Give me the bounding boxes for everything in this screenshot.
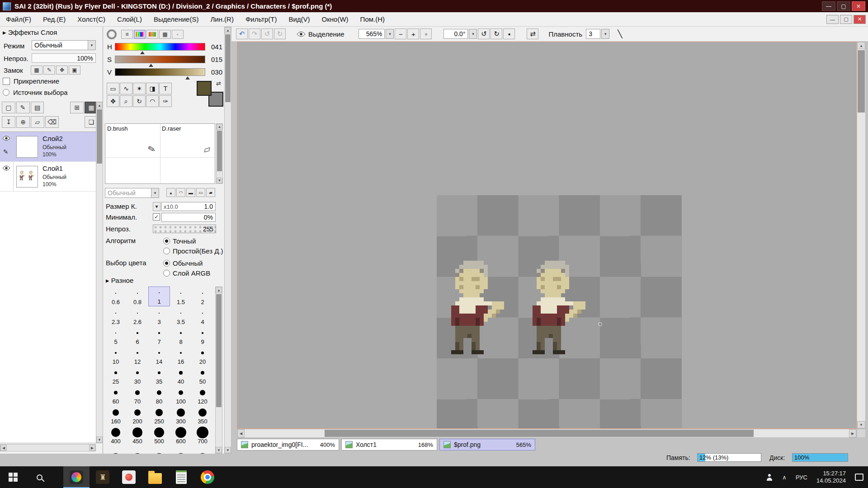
scroll-down-icon[interactable]: ▼ (217, 178, 222, 183)
dropdown-arrow-icon[interactable]: ▾ (88, 40, 96, 50)
magic-wand-tool[interactable]: ✶ (133, 83, 146, 94)
close-button[interactable]: ✕ (852, 1, 865, 11)
menu-item[interactable]: Пом.(H) (354, 12, 391, 26)
smoothness-dropdown-icon[interactable]: ▾ (601, 29, 609, 39)
clear-layer-button[interactable]: ▱ (31, 116, 44, 128)
delete-layer-button[interactable]: ⌫ (45, 116, 59, 128)
dropdown-arrow-icon[interactable]: ▾ (151, 188, 159, 198)
clipping-row[interactable]: Прикрепление (3, 77, 59, 85)
saturation-marker-icon[interactable] (149, 64, 153, 67)
brush-size-80[interactable]: 80 (148, 386, 170, 406)
action-center-button[interactable] (850, 466, 868, 488)
select-rect-tool[interactable]: ▭ (107, 83, 119, 94)
scroll-down-icon[interactable]: ▼ (857, 421, 865, 428)
hue-slider[interactable] (115, 43, 205, 51)
brush-size-120[interactable]: 120 (192, 386, 213, 406)
scroll-left-icon[interactable]: ◀ (237, 429, 245, 437)
brush-size-0.8[interactable]: 0.8 (127, 286, 148, 306)
eyedropper-tool[interactable]: ✑ (159, 95, 172, 107)
swap-colors-icon[interactable]: ⇄ (216, 80, 221, 87)
menu-item[interactable]: Лин.(R) (204, 12, 240, 26)
new-sketch-layer-button[interactable]: ✎ (16, 102, 30, 113)
brush-size-500[interactable]: 500 (148, 426, 170, 446)
start-button[interactable] (0, 466, 26, 488)
layer-entry[interactable]: Слой1Обычный100% (0, 162, 96, 192)
minimize-button[interactable]: — (822, 1, 835, 11)
scroll-up-icon[interactable]: ▲ (857, 42, 865, 49)
brush-size-9[interactable]: 9 (192, 326, 213, 346)
canvas-viewport[interactable] (237, 42, 857, 429)
view-swatches-button[interactable]: ▦ (159, 30, 171, 39)
brush-shape-1[interactable]: ◠ (176, 188, 185, 197)
taskbar-app-player[interactable] (116, 466, 142, 488)
menu-item[interactable]: Выделение(S) (148, 12, 204, 26)
brush-size-partial[interactable] (127, 446, 148, 454)
menu-item[interactable]: Фильтр(T) (240, 12, 283, 26)
view-mixer-button[interactable] (146, 30, 158, 39)
undo-all-button[interactable]: ↺ (261, 28, 273, 39)
clock[interactable]: 15:27:17 14.05.2024 (812, 466, 850, 488)
menu-item[interactable]: Вид(V) (283, 12, 316, 26)
rotate-cw-button[interactable]: ↻ (491, 28, 502, 39)
scroll-thumb[interactable] (217, 131, 222, 171)
document-tab[interactable]: proaektor_img0[FI...400% (237, 439, 339, 450)
redo-all-button[interactable]: ↻ (274, 28, 286, 39)
doc-minimize-button[interactable]: — (826, 15, 839, 24)
layer-entry[interactable]: ✎Слой2Обычный100% (0, 132, 96, 162)
algorithm-option[interactable]: Точный (163, 236, 223, 246)
select-lasso-tool[interactable]: ∿ (120, 83, 132, 94)
brush-size-700[interactable]: 700 (192, 426, 213, 446)
lock-draw-button[interactable]: ✎ (43, 66, 55, 75)
new-layer-button[interactable]: ▢ (2, 102, 15, 113)
language-indicator[interactable]: РУС (791, 466, 812, 488)
brush-shape-0[interactable]: ▴ (166, 188, 175, 197)
view-sliders-button[interactable]: ≡ (121, 30, 133, 39)
brush-size-50[interactable]: 50 (192, 366, 213, 386)
brush-edge-dropdown[interactable]: Обычный ▾ (105, 188, 159, 198)
scroll-thumb[interactable] (216, 294, 222, 407)
zoom-dropdown-icon[interactable]: ▾ (386, 29, 394, 39)
menu-item[interactable]: Слой(L) (111, 12, 148, 26)
stabilizer-line-icon[interactable]: ╲ (618, 29, 622, 39)
panel-scrollbar[interactable]: ▲ ▼ (224, 27, 231, 454)
menu-item[interactable]: Окно(W) (316, 12, 354, 26)
brush-size-16[interactable]: 16 (170, 346, 192, 366)
color-wheel-icon[interactable] (107, 29, 117, 39)
clipping-checkbox[interactable] (3, 78, 10, 85)
text-tool[interactable]: T (159, 83, 172, 94)
tray-expand-button[interactable]: ∧ (778, 466, 791, 488)
primary-color-swatch[interactable] (197, 81, 212, 96)
canvas-vscrollbar[interactable]: ▲ ▼ (857, 42, 866, 429)
scroll-down-icon[interactable]: ▼ (216, 447, 222, 453)
zoom-out-button[interactable]: − (395, 28, 406, 39)
brush-shape-2[interactable]: ▬ (186, 188, 195, 197)
layer-opacity-slider[interactable]: 100% (32, 53, 96, 63)
brush-size-3[interactable]: 3 (148, 306, 170, 326)
selection-pen-tool[interactable]: ◨ (146, 83, 159, 94)
brush-size-7[interactable]: 7 (148, 326, 170, 346)
smoothness-value[interactable]: 3 (586, 29, 600, 39)
layer-mode-dropdown[interactable]: Обычный ▾ (32, 40, 96, 50)
eye-icon[interactable] (0, 162, 14, 191)
brush-size-20[interactable]: 20 (192, 346, 213, 366)
brush-size-600[interactable]: 600 (170, 426, 192, 446)
brush-item[interactable]: D.brush✎ (105, 124, 160, 157)
zoom-in-button[interactable]: + (407, 28, 419, 39)
brush-size-350[interactable]: 350 (192, 406, 213, 426)
brush-size-8[interactable]: 8 (170, 326, 192, 346)
scroll-thumb[interactable] (325, 430, 754, 437)
min-size-checkbox[interactable]: ✓ (153, 213, 160, 221)
min-size-field[interactable]: 0% (161, 213, 216, 222)
rotate-canvas-tool[interactable]: ↻ (133, 95, 146, 107)
scroll-right-icon[interactable]: ▶ (849, 429, 856, 437)
merge-down-button[interactable]: ↧ (2, 116, 15, 128)
brush-size-60[interactable]: 60 (105, 386, 127, 406)
taskbar-app-chrome[interactable] (194, 466, 221, 488)
rotation-dropdown-icon[interactable]: ▾ (469, 29, 477, 39)
move-tool[interactable]: ✥ (107, 95, 119, 107)
selection-source-row[interactable]: Источник выбора (3, 89, 68, 96)
brush-size-160[interactable]: 160 (105, 406, 127, 426)
scroll-up-icon[interactable]: ▲ (225, 27, 231, 33)
brush-size-6[interactable]: 6 (127, 326, 148, 346)
canvas-hscrollbar[interactable]: ◀ ▶ (237, 429, 857, 438)
